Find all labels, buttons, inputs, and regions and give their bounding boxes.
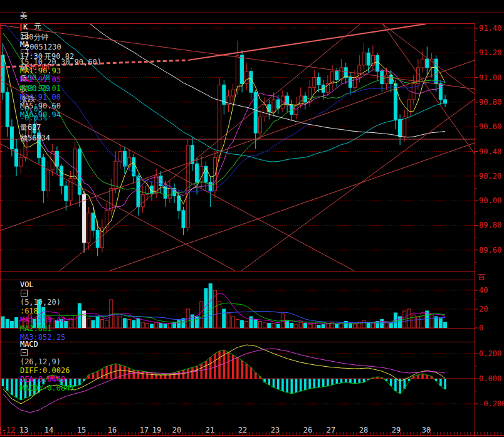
svg-text:26: 26 [303,426,312,434]
ma3-value: MA3:91.01 [20,84,61,93]
svg-text:20: 20 [479,305,488,313]
svg-text:-0.200: -0.200 [479,399,504,408]
macd-dea-value: DEA:0.0449 [20,375,65,384]
svg-text:30: 30 [422,426,431,434]
svg-text:91.20: 91.20 [479,48,501,57]
svg-text:90.00: 90.00 [479,196,501,205]
svg-text:40: 40 [479,286,488,295]
svg-text:21: 21 [206,426,214,434]
ma-params: (5,10,20,30,90,60) [20,58,102,66]
svg-text:90.80: 90.80 [479,98,501,107]
svg-text:89.60: 89.60 [479,246,501,255]
svg-text:91.00: 91.00 [479,73,501,82]
svg-text:91.40: 91.40 [479,24,501,33]
svg-text:17: 17 [140,426,149,434]
svg-text:13: 13 [19,426,28,434]
svg-text:19: 19 [152,426,161,434]
macd-diff-value: DIFF:0.0026 [20,366,70,375]
ma2-value: MA2:91.05 [20,75,61,84]
svg-text:14: 14 [45,426,53,434]
svg-text:23: 23 [271,426,280,434]
svg-text:0: 0 [479,324,483,332]
svg-text:20: 20 [172,426,181,434]
svg-text:89.80: 89.80 [479,221,501,229]
ma-visibility-checkbox[interactable] [21,50,28,56]
ma-label: MA [20,40,29,49]
panel-marker [20,24,22,31]
amount-value: 56934 [28,134,50,142]
vol-ma1-value: MA1:539.40 [20,315,65,324]
svg-text:百: 百 [478,273,485,282]
amount-label: 额 [20,134,28,142]
macd-visibility-checkbox[interactable] [21,349,28,356]
volume-panel[interactable] [0,284,475,329]
macd-indicator-header: MACD (26,12,9) DIFF:0.0026 DEA:0.0449 MA… [2,331,76,401]
svg-text:90.60: 90.60 [479,122,501,131]
trading-app-window: 美 元 180分钟 20051230 17:30开90.82 高90.84 低9… [0,0,504,437]
ma4-value: MA4:91.00 [20,93,61,102]
vol-params: (5,10,20) [20,298,61,307]
ma5-value: MA5:90.60 [20,102,61,110]
svg-text:90.40: 90.40 [479,147,501,156]
svg-text:29: 29 [392,426,401,434]
main-indicator-header: K MA (5,10,20,30,90,60) MA1:90.93 MA2:91… [2,14,103,128]
vol-label: VOL [20,280,34,289]
vol-current-value: :618 [20,307,38,315]
macd-params: (26,12,9) [20,357,61,366]
k-label: K [23,23,28,31]
macd-macd-value: MACD:-0.0847 [20,384,75,392]
svg-text:90.20: 90.20 [479,172,501,181]
date-axis: 2-12131415161719202122232627282930 [0,426,501,435]
svg-text:0.000: 0.000 [479,374,501,383]
svg-text:0.200: 0.200 [479,349,501,358]
k-visibility-checkbox[interactable] [21,32,28,39]
ma1-value: MA1:90.93 [20,66,61,75]
macd-label: MACD [20,340,38,349]
svg-text:27: 27 [327,426,335,434]
vol-visibility-checkbox[interactable] [21,290,28,297]
ma6-value: MA6:90.94 [20,110,61,119]
